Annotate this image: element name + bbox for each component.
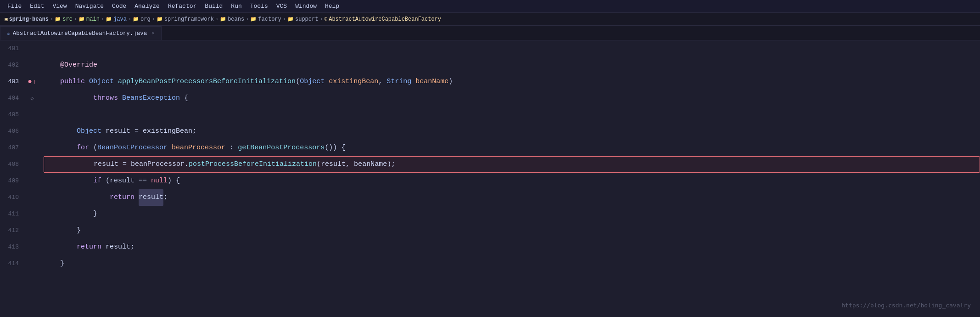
kw-public-403: public <box>60 74 89 90</box>
breadcrumb-support[interactable]: 📁 support <box>287 16 318 23</box>
code-line-406: Object result = existingBean; <box>44 123 980 140</box>
method-apply: applyBeanPostProcessorsBeforeInitializat… <box>118 74 296 90</box>
breadcrumb-java[interactable]: 📁 java <box>106 16 127 23</box>
menu-bar: File Edit View Navigate Code Analyze Ref… <box>0 0 980 13</box>
breadcrumb-main[interactable]: 📁 main <box>78 16 100 23</box>
line-num-402: 402 <box>0 57 22 74</box>
folder-icon-support: 📁 <box>287 16 294 22</box>
breadcrumb-springframework[interactable]: 📁 springframework <box>157 16 214 23</box>
line-num-412: 412 <box>0 222 22 239</box>
folder-icon-org: 📁 <box>133 16 139 22</box>
code-line-412: } <box>44 222 980 239</box>
menu-view[interactable]: View <box>49 2 70 11</box>
menu-edit[interactable]: Edit <box>26 2 48 11</box>
gutter-cell-414 <box>25 255 39 272</box>
code-line-407: for (BeanPostProcessor beanProcessor : g… <box>44 140 980 156</box>
breadcrumb-factory[interactable]: 📁 factory <box>250 16 281 23</box>
menu-vcs[interactable]: VCS <box>273 2 291 11</box>
gutter-icons: ● ↑ ◇ <box>25 40 39 317</box>
type-string-403: String <box>386 74 415 90</box>
folder-icon-factory: 📁 <box>250 16 257 22</box>
indent-412: } <box>44 222 81 239</box>
tab-close-button[interactable]: × <box>151 31 155 36</box>
gutter-cell-410 <box>25 189 39 206</box>
line-num-406: 406 <box>0 123 22 140</box>
breadcrumb-org[interactable]: 📁 org <box>133 16 151 23</box>
editor-content[interactable]: @Override public Object applyBeanPostPro… <box>39 40 980 317</box>
breadcrumb-separator-9: › <box>319 16 323 23</box>
null-409: null <box>151 173 168 189</box>
code-line-410: return result; <box>44 189 980 206</box>
line-num-405: 405 <box>0 107 22 123</box>
menu-navigate[interactable]: Navigate <box>72 2 107 11</box>
indent-404 <box>44 90 93 107</box>
code-line-409: if (result == null) { <box>44 173 980 189</box>
menu-file[interactable]: File <box>4 2 25 11</box>
code-line-411: } <box>44 206 980 222</box>
breadcrumb-separator-5: › <box>152 16 155 23</box>
kw-throws-404: throws <box>93 90 122 107</box>
gutter-cell-406 <box>25 123 39 140</box>
gutter-cell-403: ● ↑ <box>25 74 39 90</box>
menu-run[interactable]: Run <box>227 2 245 11</box>
paren-407: ( <box>93 140 97 156</box>
line-num-411: 411 <box>0 206 22 222</box>
gutter-cell-412 <box>25 222 39 239</box>
folder-icon-src: 📁 <box>55 16 61 22</box>
gutter-cell-405 <box>25 107 39 123</box>
menu-refactor[interactable]: Refactor <box>164 2 200 11</box>
menu-build[interactable]: Build <box>201 2 226 11</box>
kw-return-410: return <box>110 189 139 206</box>
code-line-408: result = beanProcessor.postProcessBefore… <box>44 156 980 173</box>
line-num-401: 401 <box>0 40 22 57</box>
line-num-409: 409 <box>0 173 22 189</box>
code-line-414: } <box>44 255 980 272</box>
folder-icon-java: 📁 <box>106 16 112 22</box>
breadcrumb-project[interactable]: ▣ spring-beans <box>5 16 49 23</box>
param-beanprocessor: beanProcessor <box>172 140 230 156</box>
annotation-override: @Override <box>60 57 97 74</box>
breadcrumb-separator-7: › <box>246 16 249 23</box>
menu-analyze[interactable]: Analyze <box>131 2 163 11</box>
result-413: result; <box>106 239 134 255</box>
breadcrumb-src[interactable]: 📁 src <box>55 16 73 23</box>
menu-code[interactable]: Code <box>108 2 130 11</box>
param-beanname-403: beanName <box>415 74 448 90</box>
watermark: https://blog.csdn.net/boling_cavalry <box>841 302 971 309</box>
paren-close-403: ) <box>448 74 453 90</box>
type-object-403: Object <box>89 74 118 90</box>
method-postprocess: postProcessBeforeInitialization <box>189 156 317 173</box>
gutter-cell-404: ◇ <box>25 90 39 107</box>
indent-413 <box>44 239 77 255</box>
rest-407: ()) { <box>325 140 345 156</box>
line-numbers-gutter: 401 402 403 404 405 406 407 408 409 410 … <box>0 40 25 317</box>
indent-409 <box>44 173 93 189</box>
menu-tools[interactable]: Tools <box>246 2 272 11</box>
breakpoint-icon[interactable]: ● <box>28 78 32 86</box>
breadcrumb-class[interactable]: © AbstractAutowireCapableBeanFactory <box>325 16 441 23</box>
kw-for-407: for <box>77 140 93 156</box>
menu-window[interactable]: Window <box>291 2 320 11</box>
breadcrumb-separator-2: › <box>74 16 77 23</box>
indent-411: } <box>44 206 97 222</box>
result-406: result = existingBean; <box>106 123 196 140</box>
code-indent-402 <box>44 57 60 74</box>
semi-410: ; <box>163 189 168 206</box>
paren-open-403: ( <box>296 74 300 90</box>
editor: 401 402 403 404 405 406 407 408 409 410 … <box>0 40 980 317</box>
menu-help[interactable]: Help <box>321 2 343 11</box>
breadcrumb-beans[interactable]: 📁 beans <box>220 16 244 23</box>
indent-406 <box>44 123 77 140</box>
breadcrumb-separator-8: › <box>283 16 286 23</box>
type-beanpostprocessor: BeanPostProcessor <box>97 140 172 156</box>
breadcrumb-separator-4: › <box>128 16 131 23</box>
line-num-407: 407 <box>0 140 22 156</box>
param-existingbean: existingBean <box>329 74 378 90</box>
gutter-cell-413 <box>25 239 39 255</box>
tab-main-file[interactable]: ☕ AbstractAutowireCapableBeanFactory.jav… <box>0 26 162 40</box>
type-object-406: Object <box>77 123 106 140</box>
line-num-404: 404 <box>0 90 22 107</box>
paren-open-409: (result == <box>106 173 151 189</box>
type-object-2-403: Object <box>300 74 329 90</box>
tab-bar: ☕ AbstractAutowireCapableBeanFactory.jav… <box>0 26 980 40</box>
